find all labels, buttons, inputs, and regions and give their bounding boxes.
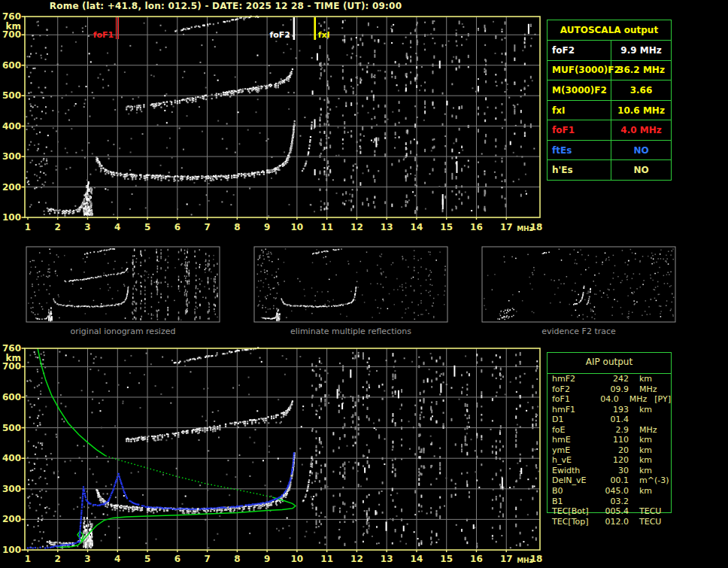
axis-text: 100	[2, 545, 21, 555]
autoscala-label: h'Es	[548, 160, 611, 180]
axis-text: 15	[440, 554, 453, 564]
axis-text: km	[6, 353, 21, 363]
aip-label: foF1	[548, 394, 593, 405]
autoscala-rows: foF29.9 MHzMUF(3000)F236.2 MHzM(3000)F23…	[548, 41, 671, 180]
aip-value: 005.4	[599, 506, 629, 517]
axis-text: 100	[2, 212, 21, 223]
marker-label-fof2: foF2	[269, 30, 290, 40]
aip-extra: [PY]	[647, 394, 671, 405]
aip-value: 193	[599, 405, 629, 415]
autoscala-label: fxI	[548, 101, 611, 120]
aip-unit: m^(-3)	[629, 475, 669, 486]
axis-text: 500	[2, 90, 21, 101]
aip-unit: km	[629, 405, 652, 415]
axis-text: 6	[174, 222, 180, 232]
aip-unit: km	[629, 435, 652, 445]
aip-unit: km	[629, 445, 652, 456]
axis-text: 9	[264, 554, 270, 564]
axis-text: 500	[2, 423, 21, 433]
autoscala-table-title: AUTOSCALA output	[548, 20, 671, 41]
autoscala-label: MUF(3000)F2	[548, 61, 611, 80]
axis-text: 16	[470, 222, 483, 232]
axis-text: 17	[500, 222, 513, 232]
aip-row-tectop: TEC[Top]012.0TECU	[548, 517, 671, 527]
autoscala-label: foF2	[548, 41, 611, 60]
axis-text: 10	[291, 222, 304, 232]
aip-value: 04.0	[593, 394, 619, 405]
aip-value: 012.0	[599, 517, 629, 527]
autoscala-label: M(3000)F2	[548, 80, 611, 100]
aip-unit: TECU	[629, 517, 661, 527]
axis-text: 2	[55, 554, 61, 564]
aip-unit: TECU	[629, 506, 661, 517]
axis-text: 15	[440, 222, 453, 232]
autoscala-row-muf3000f2: MUF(3000)F236.2 MHz	[548, 61, 671, 81]
aip-row-fof2: foF209.9MHz	[548, 384, 671, 395]
axis-text: 7	[204, 222, 210, 232]
autoscala-label: ftEs	[548, 141, 611, 160]
aip-value: 110	[599, 435, 629, 445]
aip-value: 120	[599, 455, 629, 466]
axis-text: 12	[350, 554, 363, 564]
aip-value: 09.9	[599, 384, 629, 395]
aip-unit: km	[629, 486, 652, 497]
axis-text: 18	[530, 554, 543, 564]
marker-label-fof1: foF1	[93, 30, 114, 40]
axis-text: 11	[320, 554, 333, 564]
thumbnail-clean	[254, 247, 447, 322]
autoscala-value: 4.0 MHz	[611, 120, 671, 140]
axis-text: 600	[2, 60, 21, 71]
axis-text: 1	[25, 222, 31, 232]
thumbnail-original	[26, 247, 220, 322]
axis-text: 5	[144, 222, 150, 232]
aip-row-hmf1: hmF1193km	[548, 405, 671, 415]
axis-text: 300	[2, 151, 21, 162]
aip-label: B1	[548, 497, 599, 507]
autoscala-value: 3.66	[611, 80, 671, 100]
aip-row-d1: D101.4	[548, 415, 671, 425]
axis-text: 7	[204, 554, 210, 564]
axis-text: 600	[2, 392, 21, 402]
autoscala-row-m3000f2: M(3000)F23.66	[548, 80, 671, 101]
autoscala-row-fxi: fxI10.6 MHz	[548, 101, 671, 121]
axis-text: 14	[411, 554, 423, 564]
aip-row-delnve: DelN_vE00.1m^(-3)	[548, 475, 671, 486]
aip-value: 00.1	[599, 475, 629, 486]
aip-unit	[629, 415, 639, 425]
aip-label: TEC[Bot]	[548, 506, 599, 517]
aip-value: 242	[599, 374, 629, 384]
autoscala-value: NO	[611, 160, 671, 180]
aip-row-foe: foE2.9MHz	[548, 425, 671, 436]
aip-table: AIP output hmF2242kmfoF209.9MHzfoF104.0M…	[547, 352, 672, 513]
autoscala-row-fof2: foF29.9 MHz	[548, 41, 671, 61]
thumbnail-caption-1: original ionogram resized	[26, 327, 220, 336]
axis-text: 14	[411, 222, 423, 232]
axis-text: 200	[2, 514, 21, 524]
axis-text: 17	[500, 554, 513, 564]
aip-label: foF2	[548, 384, 599, 395]
axis-text: 200	[2, 182, 21, 193]
aip-label: hmE	[548, 435, 599, 445]
ionogram-bottom: 760700600500400300200100km12345678910111…	[2, 343, 542, 564]
aip-unit	[629, 497, 639, 507]
axis-text: 5	[144, 554, 150, 564]
autoscala-value: 36.2 MHz	[611, 61, 671, 80]
axis-text: 3	[84, 554, 90, 564]
autoscala-value: 9.9 MHz	[611, 41, 671, 60]
aip-row-ewidth: Ewidth30km	[548, 466, 671, 476]
axis-text: 2	[55, 222, 61, 232]
aip-rows: hmF2242kmfoF209.9MHzfoF104.0MHz[PY]hmF11…	[548, 374, 671, 527]
marker-label-fxi: fxI	[318, 30, 330, 40]
axis-text: 300	[2, 484, 21, 494]
axis-text: 16	[470, 554, 483, 564]
aip-unit: MHz	[629, 384, 657, 395]
axis-text: 18	[530, 222, 543, 232]
aip-label: foE	[548, 425, 599, 436]
axis-text: 6	[174, 554, 180, 564]
aip-unit: km	[629, 374, 652, 384]
autoscala-row-ftes: ftEsNO	[548, 141, 671, 161]
aip-value: 2.9	[599, 425, 629, 436]
autoscala-value: NO	[611, 141, 671, 160]
aip-label: Ewidth	[548, 466, 599, 476]
axis-text: 760	[2, 343, 21, 354]
